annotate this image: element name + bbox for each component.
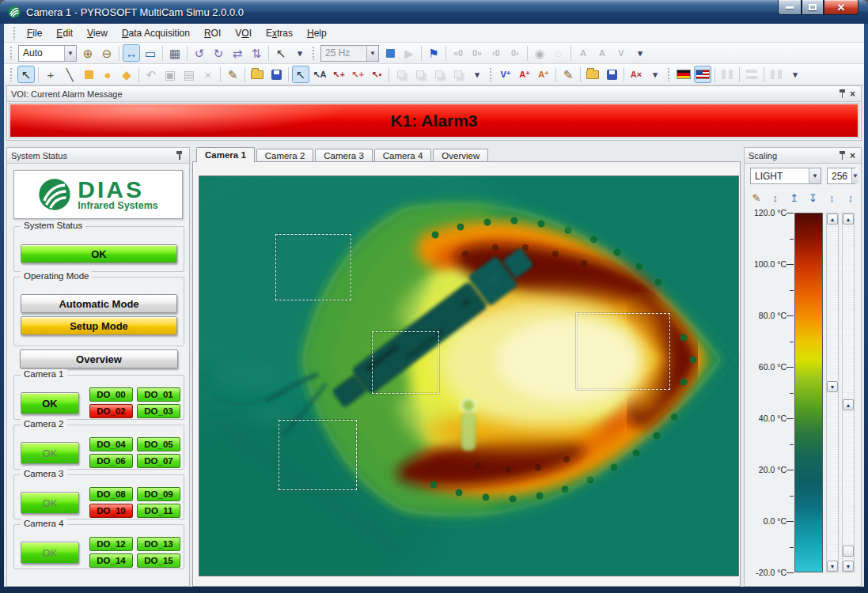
roi-edit-label-icon[interactable]: ↖A: [311, 66, 328, 83]
scale-min-up-button[interactable]: ▲: [843, 213, 854, 225]
pin-icon[interactable]: [176, 150, 183, 161]
scaling-panel: Scaling × LIGHT ▼ 256 ▼ ✎↕↥↧↕↕: [744, 147, 862, 587]
stop-icon[interactable]: [381, 44, 399, 62]
menu-data-acquisition[interactable]: Data Acquisition: [115, 25, 197, 42]
alarm-delete-icon[interactable]: A×: [627, 66, 645, 83]
flip-vertical-icon[interactable]: ⇅: [248, 44, 265, 62]
toolbar-overflow-icon[interactable]: ▾: [646, 66, 664, 83]
rotate-left-icon[interactable]: ↺: [191, 44, 208, 62]
pin-icon[interactable]: [839, 150, 846, 161]
roi-box-2[interactable]: [372, 331, 439, 394]
roi-box-1[interactable]: [275, 234, 351, 300]
scale-auto-range-icon[interactable]: ↕: [843, 190, 859, 206]
marker-flag-icon[interactable]: ⚑: [425, 44, 442, 62]
digital-output-do_00: DO_00: [89, 387, 133, 402]
scale-max-up-icon[interactable]: ↥: [787, 190, 802, 206]
roi-add-rect-icon[interactable]: ↖▪: [368, 66, 385, 83]
zoom-fit-icon[interactable]: ↔: [123, 44, 140, 62]
scale-max-thumb[interactable]: ▼: [827, 381, 838, 392]
rotate-right-icon[interactable]: ↻: [210, 44, 227, 62]
roi-save-icon[interactable]: [267, 66, 285, 83]
scale-max-down-button[interactable]: ▼: [827, 561, 838, 572]
thermal-image-view[interactable]: [199, 176, 739, 576]
scale-min-blank-thumb[interactable]: [843, 546, 854, 557]
scale-min-thumb[interactable]: ▲: [843, 399, 854, 410]
menu-extras[interactable]: Extras: [259, 25, 300, 42]
roi-box-3[interactable]: [279, 420, 357, 490]
voi-save-icon[interactable]: [603, 66, 620, 83]
automatic-mode-button[interactable]: Automatic Mode: [21, 294, 177, 313]
setup-mode-button[interactable]: Setup Mode: [21, 316, 177, 335]
roi-open-icon[interactable]: [248, 66, 266, 83]
tab-camera-4[interactable]: Camera 4: [374, 149, 432, 162]
roi-edit-select-icon[interactable]: ↖: [292, 66, 309, 83]
scale-tick-major: [787, 470, 794, 470]
grid-icon[interactable]: ▦: [166, 44, 184, 62]
menu-help[interactable]: Help: [300, 25, 334, 42]
scale-max-track[interactable]: ▲ ▼ ▼: [826, 213, 839, 572]
toolbar-overflow-icon[interactable]: ▾: [787, 66, 804, 83]
roi-rectangle-icon[interactable]: [80, 66, 97, 83]
scale-expand-icon[interactable]: ↕: [768, 190, 783, 206]
chevron-down-icon[interactable]: ▼: [366, 46, 378, 61]
roi-circle-icon[interactable]: ●: [99, 66, 116, 83]
fullscreen-icon[interactable]: ▭: [142, 44, 159, 62]
scaling-properties-icon[interactable]: ✎: [749, 190, 764, 206]
scale-tick-minor: [790, 239, 794, 240]
roi-polygon-icon[interactable]: ◆: [118, 66, 135, 83]
minimize-button[interactable]: [778, 0, 802, 15]
tab-camera-2[interactable]: Camera 2: [256, 149, 314, 162]
toolbar-overflow-icon[interactable]: ▾: [291, 44, 309, 62]
close-panel-icon[interactable]: ×: [850, 89, 855, 99]
menu-view[interactable]: View: [80, 25, 115, 42]
framerate-combo[interactable]: 25 Hz ▼: [320, 45, 379, 62]
scale-full-range-icon[interactable]: ↕: [824, 190, 840, 206]
zoom-in-icon[interactable]: ⊕: [79, 44, 97, 62]
scale-min-track[interactable]: ▲ ▲ ▼: [842, 213, 855, 572]
menu-edit[interactable]: Edit: [49, 25, 80, 42]
scale-min-down-icon[interactable]: ↧: [805, 190, 821, 206]
language-german-icon[interactable]: [675, 66, 692, 83]
close-panel-icon[interactable]: ×: [850, 151, 855, 161]
pin-icon[interactable]: [839, 89, 846, 99]
toolbar-separator: [527, 46, 528, 61]
chevron-down-icon[interactable]: ▼: [809, 168, 821, 183]
alarm-add-icon[interactable]: A⁺: [516, 66, 533, 83]
roi-point-icon[interactable]: +: [42, 66, 59, 83]
scale-min-down-button[interactable]: ▼: [843, 561, 854, 572]
chevron-down-icon[interactable]: ▼: [851, 168, 859, 183]
toolbar-overflow-icon[interactable]: ▾: [631, 44, 649, 62]
order-forward-icon-glyph: [435, 70, 443, 78]
roi-add-point-icon[interactable]: ↖+: [330, 66, 347, 83]
toolbar-overflow-icon[interactable]: ▾: [468, 66, 486, 83]
tab-camera-3[interactable]: Camera 3: [315, 149, 373, 162]
roi-delete-point-icon[interactable]: ↖+: [349, 66, 366, 83]
close-button[interactable]: ✕: [824, 0, 859, 15]
zoom-out-icon[interactable]: ⊖: [98, 44, 116, 62]
language-english-icon[interactable]: [694, 66, 711, 83]
pointer-mode-icon[interactable]: ↖: [272, 44, 290, 62]
toolbar-separator: [187, 46, 188, 61]
menu-voi[interactable]: VOI: [228, 25, 259, 42]
tab-camera-1[interactable]: Camera 1: [196, 147, 255, 162]
chevron-down-icon[interactable]: ▼: [64, 46, 76, 61]
voi-properties-icon[interactable]: ✎: [559, 66, 577, 83]
levels-combo[interactable]: 256 ▼: [827, 168, 855, 184]
roi-properties-icon[interactable]: ✎: [224, 66, 241, 83]
roi-box-4[interactable]: [576, 313, 670, 390]
roi-select-icon[interactable]: ↖: [17, 66, 35, 83]
voi-open-icon[interactable]: [584, 66, 601, 83]
palette-combo[interactable]: LIGHT ▼: [750, 168, 821, 184]
roi-line-icon[interactable]: ╲: [61, 66, 78, 83]
menu-roi[interactable]: ROI: [197, 25, 228, 42]
alarm-add-extended-icon[interactable]: A⁺: [535, 66, 552, 83]
zoom-mode-combo[interactable]: Auto ▼: [18, 45, 77, 62]
scale-max-up-button[interactable]: ▲: [827, 213, 838, 225]
undo-icon: ↶: [142, 66, 160, 83]
maximize-button[interactable]: [802, 0, 824, 15]
overview-button[interactable]: Overview: [20, 349, 178, 368]
flip-horizontal-icon[interactable]: ⇄: [229, 44, 246, 62]
tab-overview[interactable]: Overview: [433, 149, 488, 162]
voi-add-icon[interactable]: V⁺: [497, 66, 514, 83]
menu-file[interactable]: File: [20, 25, 49, 42]
